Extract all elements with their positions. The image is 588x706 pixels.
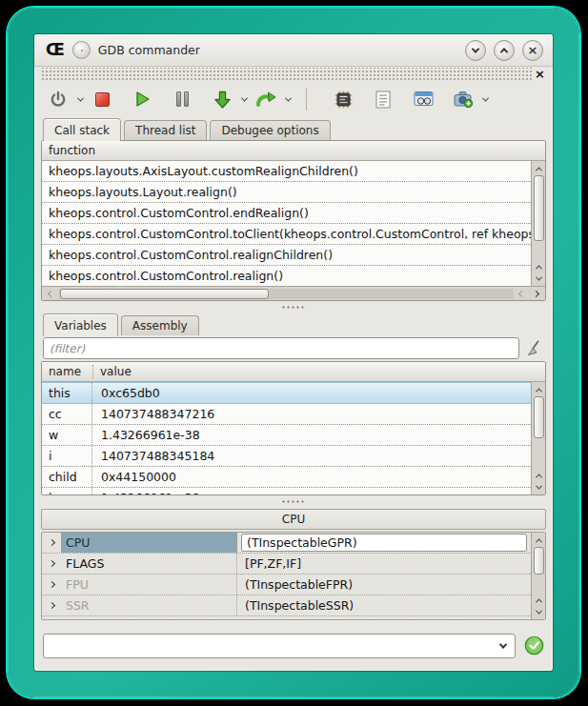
register-value-cell[interactable]: (TInspectableGPR) bbox=[237, 533, 531, 553]
variable-row[interactable]: i 140737488345184 bbox=[42, 446, 531, 467]
callstack-vertical-scrollbar[interactable] bbox=[531, 161, 545, 286]
panel-splitter[interactable] bbox=[41, 495, 546, 507]
callstack-frame-row[interactable]: kheops.control.CustomControl.toClient(kh… bbox=[42, 224, 531, 245]
variable-row[interactable]: this 0xc65db0 bbox=[42, 382, 531, 404]
callstack-frame-row[interactable]: kheops.control.CustomControl.endRealign(… bbox=[42, 203, 531, 224]
pause-button[interactable] bbox=[171, 87, 193, 111]
register-value-cell[interactable]: (TInspectableFPR) bbox=[237, 575, 531, 595]
tab[interactable]: Call stack bbox=[43, 118, 121, 141]
scroll-up-button[interactable] bbox=[533, 535, 544, 546]
variable-row[interactable]: b 1.43266961e-38 bbox=[42, 488, 531, 494]
combobox-dropdown-button[interactable] bbox=[492, 635, 515, 657]
tab[interactable]: Variables bbox=[43, 313, 118, 336]
clean-filter-button[interactable] bbox=[525, 338, 544, 359]
register-row[interactable]: FPU (TInspectableFPR) bbox=[42, 575, 531, 595]
command-combobox[interactable] bbox=[43, 634, 516, 658]
tab[interactable]: Thread list bbox=[124, 120, 207, 140]
tab-label: Thread list bbox=[135, 124, 195, 137]
scrollbar-thumb[interactable] bbox=[60, 289, 269, 299]
filter-input[interactable] bbox=[43, 337, 519, 359]
power-dropdown-button[interactable] bbox=[73, 87, 87, 111]
register-row[interactable]: CPU (TInspectableGPR) bbox=[42, 533, 531, 554]
power-button[interactable] bbox=[47, 87, 70, 111]
scroll-left-button[interactable] bbox=[45, 292, 57, 296]
gdb-command-row bbox=[41, 633, 546, 658]
register-value-cell[interactable]: [PF,ZF,IF] bbox=[237, 554, 531, 574]
step-into-dropdown-button[interactable] bbox=[237, 87, 251, 111]
expand-button[interactable] bbox=[42, 554, 61, 574]
variable-name: this bbox=[42, 383, 92, 403]
callstack-horizontal-scrollbar[interactable] bbox=[42, 286, 545, 300]
scroll-up-button[interactable] bbox=[533, 470, 544, 481]
chevron-up-icon bbox=[535, 598, 541, 605]
scrollbar-thumb[interactable] bbox=[534, 547, 544, 575]
chevron-up-icon bbox=[535, 167, 541, 173]
scrollbar-thumb[interactable] bbox=[534, 396, 544, 438]
chevron-down-icon bbox=[481, 94, 488, 101]
register-name: FPU bbox=[61, 575, 237, 595]
callstack-frame-row[interactable]: kheops.control.CustomControl.realign() bbox=[42, 266, 531, 286]
callstack-frame-row[interactable]: kheops.layouts.AxisLayout.customRealignC… bbox=[42, 161, 531, 182]
variables-tabbar: Variables Assembly bbox=[41, 313, 546, 335]
step-over-button[interactable] bbox=[254, 87, 277, 111]
toolbar-separator bbox=[306, 88, 307, 111]
window-titlebar[interactable]: Œ GDB commander × bbox=[34, 34, 553, 67]
pin-button[interactable] bbox=[72, 41, 91, 59]
chevron-right-icon bbox=[48, 581, 54, 588]
watch-window-button[interactable] bbox=[412, 87, 435, 111]
register-row[interactable]: FLAGS [PF,ZF,IF] bbox=[42, 554, 531, 575]
chevron-down-icon bbox=[535, 607, 541, 614]
chevron-down-icon bbox=[472, 45, 479, 52]
scroll-up-button[interactable] bbox=[533, 384, 544, 395]
check-icon bbox=[524, 635, 544, 656]
broom-icon bbox=[526, 340, 543, 357]
scroll-up-button[interactable] bbox=[533, 595, 544, 606]
show-cpu-button[interactable] bbox=[332, 87, 355, 111]
scroll-up-button[interactable] bbox=[533, 261, 544, 272]
scroll-down-button[interactable] bbox=[533, 481, 544, 493]
scroll-left-button[interactable] bbox=[516, 292, 528, 296]
tab[interactable]: Assembly bbox=[121, 315, 199, 335]
register-row[interactable]: SSR (TInspectableSSR) bbox=[42, 595, 531, 616]
frame-function: kheops.control.CustomControl.realign() bbox=[49, 269, 283, 283]
expand-button[interactable] bbox=[42, 533, 61, 553]
step-into-button[interactable] bbox=[211, 87, 233, 111]
gdb-commander-window: Œ GDB commander × × bbox=[34, 34, 553, 671]
expand-button[interactable] bbox=[42, 595, 61, 615]
cpu-vertical-scrollbar[interactable] bbox=[531, 533, 545, 619]
step-over-dropdown-button[interactable] bbox=[281, 87, 294, 111]
roll-up-button[interactable] bbox=[494, 40, 515, 61]
scroll-down-button[interactable] bbox=[533, 272, 544, 284]
tab[interactable]: Debugee options bbox=[210, 120, 330, 140]
toolbar-dock-handle[interactable]: × bbox=[41, 68, 546, 80]
command-input[interactable] bbox=[44, 635, 492, 656]
run-button[interactable] bbox=[131, 87, 153, 111]
variables-vertical-scrollbar[interactable] bbox=[531, 382, 545, 494]
debug-toolbar bbox=[41, 81, 546, 117]
variables-column-header[interactable]: name value bbox=[42, 362, 545, 382]
snapshot-dropdown-button[interactable] bbox=[478, 87, 492, 111]
scroll-up-button[interactable] bbox=[533, 163, 544, 174]
roll-down-button[interactable] bbox=[465, 40, 486, 61]
watch-window-icon bbox=[414, 91, 434, 108]
callstack-frame-row[interactable]: kheops.layouts.Layout.realign() bbox=[42, 182, 531, 203]
register-value-cell[interactable]: (TInspectableSSR) bbox=[237, 595, 531, 615]
show-log-button[interactable] bbox=[372, 87, 395, 111]
scroll-right-button[interactable] bbox=[530, 292, 542, 296]
variable-row[interactable]: cc 140737488347216 bbox=[42, 404, 531, 425]
variable-row[interactable]: w 1.43266961e-38 bbox=[42, 425, 531, 446]
scroll-down-button[interactable] bbox=[533, 606, 544, 617]
chevron-down-icon bbox=[76, 94, 83, 101]
variable-row[interactable]: child 0x44150000 bbox=[42, 467, 531, 488]
close-button[interactable]: × bbox=[522, 40, 543, 61]
send-command-button[interactable] bbox=[523, 635, 544, 656]
callstack-frame-row[interactable]: kheops.control.CustomControl.realignChil… bbox=[42, 245, 531, 266]
snapshot-button[interactable] bbox=[452, 87, 475, 111]
callstack-column-header[interactable]: function bbox=[42, 141, 545, 161]
scrollbar-thumb[interactable] bbox=[534, 175, 544, 241]
panel-splitter[interactable] bbox=[41, 301, 546, 313]
dock-close-button[interactable]: × bbox=[534, 68, 546, 80]
stop-button[interactable] bbox=[91, 87, 113, 111]
expand-button[interactable] bbox=[42, 575, 61, 595]
step-into-icon bbox=[213, 90, 233, 110]
